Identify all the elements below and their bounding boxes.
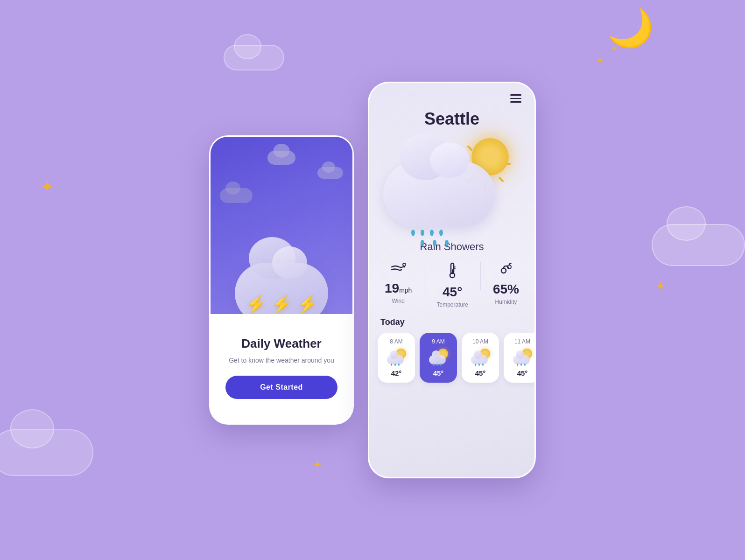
app-subtitle: Get to know the weather around you	[229, 356, 334, 365]
hour-card-10am[interactable]: 10 AM 45°	[462, 333, 499, 383]
hour-icon-9am	[428, 348, 449, 366]
raindrop-1	[411, 230, 415, 236]
raindrop-2	[421, 230, 424, 236]
hour-time-8am: 8 AM	[390, 338, 402, 345]
raindrop-5	[421, 240, 424, 246]
phone-right-header	[369, 83, 534, 105]
phone-left: ⚡ ⚡ ⚡ Daily Weather Get to know the weat…	[209, 135, 354, 425]
humidity-icon	[499, 262, 513, 279]
lightning-wrapper: ⚡ ⚡ ⚡	[246, 294, 318, 314]
small-cloud-right	[317, 167, 343, 179]
bg-cloud-bottom-left	[0, 429, 93, 476]
rain-drops-row2	[421, 240, 449, 246]
hour-temp-9am: 45°	[433, 369, 444, 377]
temp-label: Temperature	[436, 301, 468, 308]
raindrop-3	[430, 230, 434, 236]
mini-cloud-11am	[513, 355, 530, 364]
menu-line-2	[510, 98, 521, 99]
menu-button[interactable]	[508, 92, 523, 105]
lightning-1: ⚡	[246, 294, 267, 314]
wind-stat: 19mph Wind	[385, 262, 412, 304]
temp-stat: 45° Temperature	[436, 262, 468, 308]
stats-row: 19mph Wind 45° Temperature	[369, 262, 534, 308]
hour-time-9am: 9 AM	[432, 338, 444, 345]
humidity-stat: 65% Humidity	[493, 262, 519, 305]
mini-cloud-10am	[471, 355, 488, 364]
today-label: Today	[369, 317, 534, 327]
menu-line-3	[510, 101, 521, 103]
hour-icon-10am	[470, 348, 491, 366]
svg-point-13	[501, 268, 506, 273]
mini-cloud-9am	[429, 355, 446, 364]
get-started-button[interactable]: Get Started	[225, 376, 337, 399]
hour-card-9am[interactable]: 9 AM 45°	[420, 333, 457, 383]
thermometer-icon	[447, 262, 457, 282]
star-2: ✦	[596, 56, 604, 65]
hour-temp-10am: 45°	[475, 369, 486, 377]
raindrop-6	[433, 240, 436, 246]
wind-label: Wind	[392, 298, 405, 304]
phones-wrapper: ⚡ ⚡ ⚡ Daily Weather Get to know the weat…	[209, 82, 536, 478]
humidity-label: Humidity	[495, 299, 517, 305]
hour-card-11am[interactable]: 11 AM 45°	[504, 333, 534, 383]
small-cloud-left	[220, 188, 253, 203]
svg-line-5	[499, 178, 503, 181]
humidity-value: 65%	[493, 282, 519, 297]
mini-cloud-8am	[387, 355, 404, 364]
wind-value: 19mph	[385, 281, 412, 296]
hour-icon-8am	[386, 348, 407, 366]
svg-line-4	[468, 147, 471, 150]
moon-decoration: 🌙	[607, 9, 654, 47]
small-cloud-top	[267, 151, 295, 165]
lightning-3: ⚡	[297, 294, 318, 314]
star-3: ✦	[655, 280, 666, 292]
weather-condition: Rain Showers	[369, 241, 534, 253]
bg-cloud-top-left	[224, 45, 284, 70]
temp-value: 45°	[443, 285, 462, 300]
wind-unit: mph	[399, 287, 412, 294]
weather-illustration	[369, 133, 534, 236]
phone-left-illustration: ⚡ ⚡ ⚡	[211, 137, 352, 314]
raindrop-4	[439, 230, 443, 236]
star-1: ✦	[41, 179, 54, 194]
hour-card-8am[interactable]: 8 AM 42°	[378, 333, 415, 383]
hourly-forecast: 8 AM 42° 9 AM	[369, 333, 534, 392]
stat-divider-2	[480, 262, 481, 290]
menu-line-1	[510, 94, 521, 96]
stat-divider-1	[424, 262, 424, 290]
wind-icon	[391, 262, 406, 278]
phone-left-content: Daily Weather Get to know the weather ar…	[211, 314, 352, 425]
lightning-2: ⚡	[271, 294, 292, 314]
main-cloud-left: ⚡ ⚡ ⚡	[235, 263, 328, 314]
raindrop-7	[445, 240, 449, 246]
app-title: Daily Weather	[241, 336, 321, 351]
rain-drops-row1	[411, 230, 443, 236]
phone-right: Seattle	[368, 82, 536, 478]
city-name: Seattle	[369, 109, 534, 129]
main-cloud-right	[383, 161, 495, 227]
hour-time-10am: 10 AM	[472, 338, 488, 345]
hour-time-11am: 11 AM	[514, 338, 530, 345]
hour-icon-11am	[512, 348, 533, 366]
bg-cloud-right	[652, 224, 745, 266]
hour-temp-8am: 42°	[391, 369, 402, 377]
hour-temp-11am: 45°	[517, 369, 528, 377]
